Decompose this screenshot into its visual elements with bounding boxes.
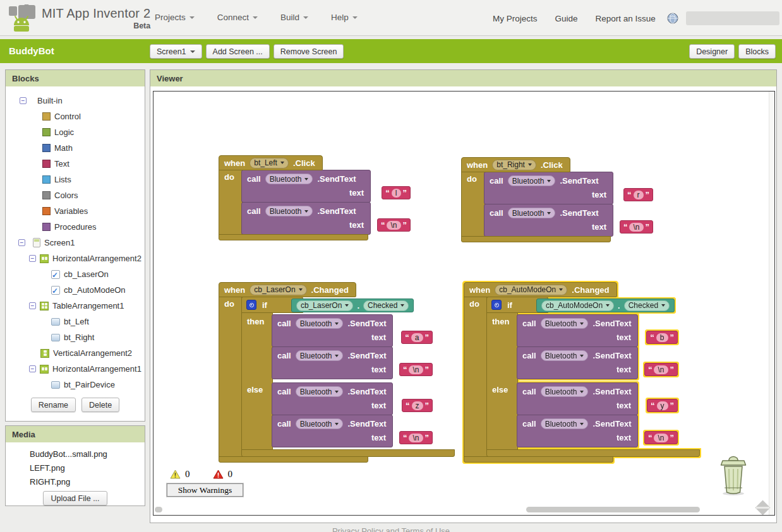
property-dropdown[interactable]: Checked (363, 300, 409, 311)
collapse-icon[interactable] (20, 97, 27, 104)
mutator-gear-icon[interactable] (491, 300, 502, 310)
palette-category-logic[interactable]: Logic (6, 124, 145, 140)
text-value-field[interactable]: r (634, 191, 644, 199)
text-string-block[interactable]: “ \n ” (620, 220, 653, 233)
trash-icon[interactable] (716, 454, 750, 496)
tree-bt-right[interactable]: bt_Right (6, 329, 145, 345)
media-file[interactable]: LEFT.png (30, 461, 145, 475)
checked-getter-block[interactable]: cb_AutoModeOn . Checked (536, 299, 675, 312)
text-string-block[interactable]: “ r ” (623, 188, 653, 201)
collapse-icon[interactable] (29, 255, 36, 262)
guide-link[interactable]: Guide (555, 14, 578, 23)
collapse-icon[interactable] (18, 239, 25, 246)
palette-category-procedures[interactable]: Procedures (6, 219, 145, 235)
component-dropdown[interactable]: Bluetooth (265, 206, 313, 216)
call-block[interactable]: call Bluetooth .SendText text “ \n ” (241, 202, 371, 235)
component-dropdown[interactable]: bt_Right (492, 160, 536, 170)
tree-cb-laseron[interactable]: cb_LaserOn (6, 266, 145, 282)
call-block[interactable]: call Bluetooth .SendText text “ \n ” (484, 204, 613, 237)
text-string-block[interactable]: “ b ” (646, 331, 678, 344)
menu-build[interactable]: Build (280, 13, 308, 22)
menu-projects[interactable]: Projects (155, 13, 195, 22)
text-value-field[interactable]: \n (387, 221, 400, 230)
horizontal-scrollbar-end[interactable] (155, 507, 162, 512)
palette-category-control[interactable]: Control (6, 109, 145, 124)
call-block[interactable]: call Bluetooth .SendText text “ \n ” (517, 415, 638, 447)
component-dropdown[interactable]: cb_AutoModeOn (495, 285, 567, 295)
event-block-cb-laseron-changed[interactable]: when cb_LaserOn .Changed do if cb_LaserO… (219, 282, 455, 463)
add-screen-button[interactable]: Add Screen ... (206, 44, 270, 59)
call-block[interactable]: call Bluetooth .SendText text “ \n ” (272, 415, 393, 447)
rename-button[interactable]: Rename (31, 398, 76, 412)
tree-tablearrangement1[interactable]: TableArrangement1 (6, 298, 145, 314)
component-dropdown[interactable]: Bluetooth (296, 350, 344, 361)
tree-bt-pairdevice[interactable]: bt_PairDevice (6, 377, 145, 393)
text-value-field[interactable]: l (392, 189, 401, 198)
user-account-redacted[interactable] (686, 11, 779, 25)
text-value-field[interactable]: \n (654, 365, 668, 374)
tree-horizontalarrangement1[interactable]: HorizontalArrangement1 (6, 361, 145, 377)
checked-getter-block[interactable]: cb_LaserOn . Checked (291, 299, 414, 312)
call-block[interactable]: call Bluetooth .SendText text “ y ” (517, 382, 638, 415)
show-warnings-button[interactable]: Show Warnings (167, 483, 243, 497)
tree-cb-automodeon[interactable]: cb_AutoModeOn (6, 282, 145, 298)
call-block[interactable]: call Bluetooth .SendText text “ \n ” (517, 346, 638, 379)
blocks-workspace-canvas[interactable]: when bt_Left .Click do call Bluetooth .S… (153, 91, 775, 516)
text-string-block[interactable]: “ \n ” (644, 363, 678, 376)
designer-view-button[interactable]: Designer (689, 44, 735, 59)
footer-links[interactable]: Privacy Policy and Terms of Use (0, 526, 782, 532)
palette-category-math[interactable]: Math (6, 140, 145, 156)
if-else-block[interactable]: if cb_LaserOn . Checked then call (241, 297, 455, 457)
component-dropdown[interactable]: Bluetooth (265, 174, 313, 184)
mutator-gear-icon[interactable] (246, 300, 256, 310)
collapse-icon[interactable] (29, 365, 36, 372)
call-block[interactable]: call Bluetooth .SendText text “ \n ” (272, 346, 393, 379)
language-globe-icon[interactable] (667, 13, 678, 24)
tree-verticalarrangement2[interactable]: VerticalArrangement2 (6, 345, 145, 361)
text-value-field[interactable]: b (656, 333, 668, 342)
call-block[interactable]: call Bluetooth .SendText text “ l ” (241, 170, 371, 203)
tree-builtin[interactable]: Built-in (6, 93, 145, 109)
palette-category-variables[interactable]: Variables (6, 203, 145, 219)
component-dropdown[interactable]: Bluetooth (508, 175, 556, 186)
text-string-block[interactable]: “ \n ” (644, 431, 678, 444)
text-string-block[interactable]: “ z ” (402, 399, 433, 412)
text-string-block[interactable]: “ \n ” (377, 218, 411, 232)
component-dropdown[interactable]: Bluetooth (541, 318, 589, 329)
component-dropdown[interactable]: Bluetooth (508, 208, 556, 218)
event-block-cb-automodeon-changed[interactable]: when cb_AutoModeOn .Changed do if cb_Aut… (464, 282, 700, 463)
screen-selector-button[interactable]: Screen1 (150, 44, 202, 59)
text-string-block[interactable]: “ a ” (401, 331, 433, 344)
component-dropdown[interactable]: Bluetooth (296, 418, 344, 429)
tree-horizontalarrangement2[interactable]: HorizontalArrangement2 (6, 251, 145, 266)
component-dropdown[interactable]: Bluetooth (541, 418, 589, 429)
text-string-block[interactable]: “ \n ” (399, 431, 433, 444)
palette-category-colors[interactable]: Colors (6, 187, 145, 203)
call-block[interactable]: call Bluetooth .SendText text “ b ” (517, 314, 638, 347)
collapse-icon[interactable] (29, 302, 36, 309)
text-value-field[interactable]: \n (654, 434, 668, 442)
event-block-bt-left-click[interactable]: when bt_Left .Click do call Bluetooth .S… (219, 155, 371, 240)
call-block[interactable]: call Bluetooth .SendText text “ z ” (272, 382, 393, 415)
my-projects-link[interactable]: My Projects (493, 14, 538, 23)
text-value-field[interactable]: \n (409, 434, 423, 442)
if-else-block[interactable]: if cb_AutoModeOn . Checked then cal (486, 297, 700, 457)
media-file[interactable]: RIGHT.png (30, 475, 145, 489)
menu-connect[interactable]: Connect (217, 13, 258, 22)
event-block-bt-right-click[interactable]: when bt_Right .Click do call Bluetooth .… (461, 157, 613, 242)
text-value-field[interactable]: z (412, 401, 423, 410)
media-file[interactable]: BuddyBot...small.png (30, 447, 145, 461)
component-dropdown[interactable]: Bluetooth (296, 318, 344, 329)
property-dropdown[interactable]: Checked (624, 300, 670, 311)
text-string-block[interactable]: “ y ” (647, 399, 678, 412)
tree-bt-left[interactable]: bt_Left (6, 314, 145, 329)
text-value-field[interactable]: a (411, 333, 423, 342)
component-dropdown[interactable]: Bluetooth (541, 386, 589, 397)
component-dropdown[interactable]: Bluetooth (296, 386, 344, 397)
report-issue-link[interactable]: Report an Issue (596, 14, 656, 23)
blocks-view-button[interactable]: Blocks (738, 44, 776, 59)
text-value-field[interactable]: \n (629, 223, 643, 232)
text-value-field[interactable]: \n (409, 365, 423, 374)
vertical-scrollbar[interactable] (769, 92, 774, 515)
palette-category-text[interactable]: Text (6, 156, 145, 172)
